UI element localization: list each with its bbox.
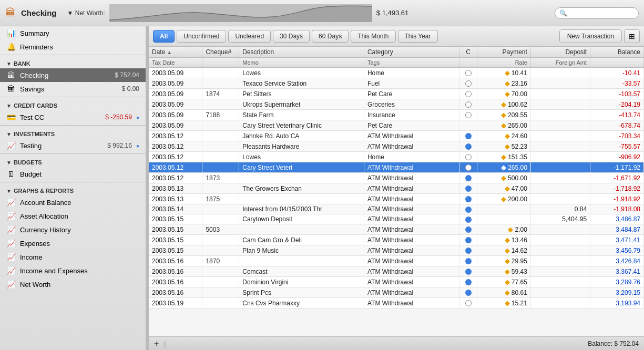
table-row[interactable]: 2003.05.09 Cary Street Veterinary Clinic… [149,120,644,131]
sidebar-item-summary[interactable]: 📊 Summary [0,26,146,40]
sidebar-item-savings[interactable]: 🏛 Savings $ 0.00 [0,82,146,96]
cell-cheque [202,245,239,256]
cell-date: 2003.05.09 [149,99,202,110]
cell-payment: ◆ 14.62 [477,245,531,256]
table-row[interactable]: 2003.05.12 Lowes Home ◆ 151.35 -906.92 [149,152,644,162]
tab-all[interactable]: All [153,30,175,43]
table-row[interactable]: 2003.05.15 Plan 9 Music ATM Withdrawal ◆… [149,245,644,256]
th-payment: Payment [477,47,531,58]
cell-balance: -678.74 [590,120,644,131]
sidebar-item-expenses[interactable]: 📈 Expenses [0,236,146,250]
grid-options-button[interactable]: ⊞ [624,29,640,43]
table-container[interactable]: Date ▲ Cheque# Description Category C Pa… [149,47,644,336]
table-row[interactable]: 2003.05.09 7188 State Farm Insurance ◆ 2… [149,110,644,120]
table-row[interactable]: 2003.05.12 1873 ATM Withdrawal ◆ 500.00 … [149,173,644,183]
bud-arrow: ▼ [6,160,12,166]
account-balance-icon: 📈 [6,198,16,207]
cell-balance: -204.19 [590,99,644,110]
table-row[interactable]: 2003.05.09 Lowes Home ◆ 10.41 -10.41 [149,68,644,78]
cell-payment: ◆ 23.16 [477,78,531,89]
investments-section-header: ▼ INVESTMENTS [0,127,146,139]
cell-deposit [530,245,590,256]
table-row[interactable]: 2003.05.14 Interest from 04/15/2003 Thr … [149,204,644,214]
cell-payment: ◆ 2.00 [477,224,531,235]
cell-description: Interest from 04/15/2003 Thr [239,204,364,214]
cell-deposit [530,235,590,245]
table-row[interactable]: 2003.05.13 1875 ATM Withdrawal ◆ 200.00 … [149,194,644,204]
reminders-icon: 🔔 [6,43,16,51]
th-memo-cheque [202,58,239,68]
cell-deposit [530,277,590,287]
search-box[interactable]: 🔍 [555,7,639,19]
diamond-icon: ◆ [505,132,510,140]
search-input[interactable] [569,9,634,17]
table-row[interactable]: 2003.05.12 Pleasants Hardware ATM Withdr… [149,141,644,152]
th-tags: Tags [364,58,459,68]
table-row[interactable]: 2003.05.15 Carytown Deposit ATM Withdraw… [149,214,644,224]
budgets-section-header: ▼ BUDGETS [0,155,146,167]
toolbar: All Unconfirmed Uncleared 30 Days 60 Day… [149,26,644,47]
sidebar-item-account-balance[interactable]: 📈 Account Balance [0,195,146,209]
diamond-icon: ◆ [501,100,506,108]
sidebar-item-testcc[interactable]: 💳 Test CC $ -250.59 ● [0,110,146,124]
cell-description: Cary Street Veteri [239,162,364,173]
cell-balance: -33.57 [590,78,644,89]
sidebar-item-budget[interactable]: 🗓 Budget [0,167,146,181]
th-c: C [459,47,477,58]
tab-60days[interactable]: 60 Days [312,30,349,43]
table-row[interactable]: 2003.05.15 5003 ATM Withdrawal ◆ 2.00 3,… [149,224,644,235]
bank-arrow: ▼ [6,61,12,67]
tab-this-month[interactable]: This Month [351,30,395,43]
tab-30days[interactable]: 30 Days [273,30,310,43]
table-row[interactable]: 2003.05.16 1870 ATM Withdrawal ◆ 29.95 3… [149,256,644,266]
cell-balance: 3,193.94 [590,298,644,308]
table-row[interactable]: 2003.05.09 1874 Pet Sitters Pet Care ◆ 7… [149,89,644,99]
cell-category: ATM Withdrawal [364,141,459,152]
cell-payment: ◆ 47.00 [477,183,531,194]
diamond-icon: ◆ [501,174,506,182]
cell-deposit [530,266,590,277]
table-row[interactable]: 2003.05.09 Texaco Service Station Fuel ◆… [149,78,644,89]
new-transaction-button[interactable]: New Transaction [559,29,622,43]
cell-date: 2003.05.12 [149,162,202,173]
cell-deposit [530,162,590,173]
sidebar-item-reminders[interactable]: 🔔 Reminders [0,40,146,54]
content-area: All Unconfirmed Uncleared 30 Days 60 Day… [149,26,644,350]
cell-category: ATM Withdrawal [364,194,459,204]
cell-c [459,78,477,89]
divider-investments [0,125,146,126]
sidebar-item-asset-allocation[interactable]: 📈 Asset Allocation [0,209,146,223]
table-row[interactable]: 2003.05.16 Comcast ATM Withdrawal ◆ 59.4… [149,266,644,277]
sidebar-item-income-expenses[interactable]: 📈 Income and Expenses [0,264,146,277]
cell-date: 2003.05.12 [149,173,202,183]
th-memo: Memo [239,58,364,68]
search-icon: 🔍 [559,9,567,17]
table-row[interactable]: 2003.05.19 Cns Cvs Pharmaxxy ATM Withdra… [149,298,644,308]
diamond-icon: ◆ [505,69,510,77]
tab-unconfirmed[interactable]: Unconfirmed [177,30,226,43]
testing-dot: ● [136,143,139,149]
table-row[interactable]: 2003.05.09 Ukrops Supermarket Groceries … [149,99,644,110]
th-c2 [459,58,477,68]
table-row[interactable]: 2003.05.13 The Growers Exchan ATM Withdr… [149,183,644,194]
tab-this-year[interactable]: This Year [398,30,438,43]
table-row[interactable]: 2003.05.16 Sprint Pcs ATM Withdrawal ◆ 8… [149,287,644,298]
table-row[interactable]: 2003.05.12 Jahnke Rd. Auto CA ATM Withdr… [149,131,644,141]
sidebar-item-currency-history[interactable]: 📈 Currency History [0,223,146,236]
cell-description: Dominion Virgini [239,277,364,287]
sidebar-item-net-worth[interactable]: 📈 Net Worth [0,277,146,291]
sidebar-item-income[interactable]: 📈 Income [0,250,146,264]
tab-uncleared[interactable]: Uncleared [228,30,271,43]
diamond-icon: ◆ [508,225,513,233]
table-row[interactable]: 2003.05.15 Cam Cam Gro & Deli ATM Withdr… [149,235,644,245]
cell-category: ATM Withdrawal [364,245,459,256]
table-row[interactable]: 2003.05.12 Cary Street Veteri ATM Withdr… [149,162,644,173]
add-transaction-button[interactable]: + [154,339,159,348]
cell-description [239,256,364,266]
cell-category: ATM Withdrawal [364,235,459,245]
sidebar-item-checking[interactable]: 🏛 Checking $ 752.04 [0,68,146,82]
table-row[interactable]: 2003.05.16 Dominion Virgini ATM Withdraw… [149,277,644,287]
cell-cheque: 5003 [202,224,239,235]
cell-balance: -1,918.08 [590,204,644,214]
sidebar-item-testing[interactable]: 📈 Testing $ 992.16 ● [0,139,146,152]
